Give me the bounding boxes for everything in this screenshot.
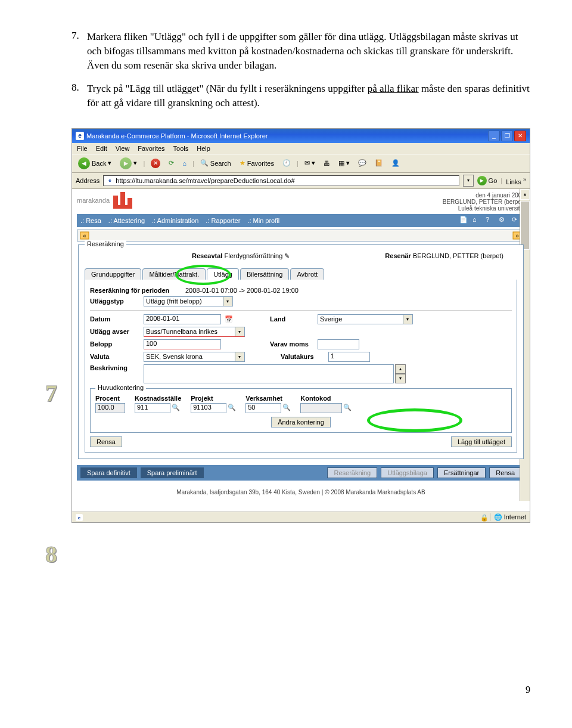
tab-grunduppgifter[interactable]: Grunduppgifter [85, 268, 141, 280]
menu-help[interactable]: Help [197, 145, 210, 152]
reserakning-button[interactable]: Reseräkning [327, 467, 377, 478]
forward-button[interactable]: ► ▾ [117, 157, 139, 170]
zone-icon: 🌐 [494, 513, 502, 521]
menu-view[interactable]: View [116, 145, 130, 152]
url-input[interactable]: e https://ltu.marakanda.se/mtravel/prepa… [103, 175, 459, 186]
datum-input[interactable]: 2008-01-01 [144, 314, 221, 324]
nav-rapporter[interactable]: .: Rapporter [206, 217, 240, 224]
page-icon: e [106, 177, 113, 184]
menubar: File Edit View Favorites Tools Help [72, 143, 530, 154]
mail-button[interactable]: ✉ ▾ [302, 159, 318, 168]
scroll-up[interactable]: ▴ [520, 189, 530, 200]
back-button[interactable]: ◄Back ▾ [76, 157, 114, 170]
links-label[interactable]: Links » [506, 176, 526, 185]
stop-button[interactable]: ✕ [148, 158, 163, 169]
scroll-thumb[interactable] [520, 201, 530, 250]
lookup-icon-1[interactable]: 🔍 [172, 404, 180, 412]
belopp-input[interactable]: 100 [144, 339, 221, 349]
col-procent: Procent [95, 395, 125, 402]
nav-administration[interactable]: .: Administration [152, 217, 198, 224]
datum-label: Datum [90, 315, 144, 323]
list-item-8-text: Tryck på "Lägg till utlägget" (När du fy… [87, 82, 530, 110]
search-label: Search [210, 160, 231, 167]
bilaga-button[interactable]: Utläggsbilaga [381, 467, 434, 478]
search-button[interactable]: 🔍Search [198, 159, 234, 168]
land-select[interactable]: Sverige [318, 314, 413, 324]
col-kostnad: Kostnadsställe [135, 395, 181, 402]
list-number-7: 7. [72, 30, 87, 72]
spara-definitivt-button[interactable]: Spara definitivt [80, 467, 137, 478]
kurs-input[interactable]: 1 [328, 352, 370, 362]
spara-preliminart-button[interactable]: Spara preliminärt [141, 467, 204, 478]
go-button[interactable]: ►Go [477, 176, 498, 185]
resenar-value: BERGLUND, PETTER (berpet) [413, 252, 503, 259]
menu-favorites[interactable]: Favorites [138, 145, 164, 152]
belopp-label: Belopp [90, 340, 144, 348]
calendar-icon[interactable]: 📅 [223, 314, 234, 324]
menu-file[interactable]: File [77, 145, 88, 152]
avser-select[interactable]: Buss/Tunnelbana inrikes [144, 327, 245, 337]
refresh-button[interactable]: ⟳ [166, 159, 176, 168]
valuta-select[interactable]: SEK, Svensk krona [144, 352, 245, 362]
window-titlebar: e Marakanda e-Commerce Platform - Micros… [72, 129, 530, 143]
nav-resa[interactable]: .: Resa [80, 217, 101, 224]
maximize-button[interactable]: ❐ [501, 131, 513, 141]
nav-home-icon[interactable]: ⌂ [472, 216, 482, 225]
statusbar: e 🔒 🌐 Internet [72, 512, 530, 523]
url-dropdown[interactable]: ▾ [463, 175, 474, 187]
nav-new-icon[interactable]: 📄 [459, 216, 469, 225]
page-footer: Marakanda, Isafjordsgatan 39b, 164 40 Ki… [77, 481, 525, 497]
val-projekt[interactable]: 91103 [191, 403, 226, 413]
collapse-icon[interactable]: « [80, 231, 89, 240]
nav-minprofil[interactable]: .: Min profil [247, 217, 279, 224]
lagg-till-button[interactable]: Lägg till utlägget [451, 436, 512, 447]
close-button[interactable]: ✕ [514, 131, 526, 141]
print-button[interactable]: 🖶 [321, 159, 332, 168]
messenger-button[interactable]: 👤 [389, 159, 402, 168]
tab-bilersattning[interactable]: Bilersättning [240, 268, 290, 280]
menu-tools[interactable]: Tools [173, 145, 189, 152]
edit-reseavtal-icon[interactable]: ✎ [284, 252, 290, 259]
discuss-button[interactable]: 💬 [356, 159, 369, 168]
go-label: Go [489, 177, 498, 184]
ersattningar-button[interactable]: Ersättningar [437, 467, 486, 478]
val-kostnad[interactable]: 911 [135, 403, 170, 413]
home-button[interactable]: ⌂ [180, 159, 189, 168]
brand-logo-icon [113, 192, 137, 209]
bottom-rensa-button[interactable]: Rensa [489, 467, 521, 478]
resenar-label: Resenär [385, 252, 411, 259]
tab-maltider[interactable]: Måltider/Nattrakt. [142, 268, 206, 280]
val-kontokod [300, 403, 342, 413]
val-verksamhet[interactable]: 50 [245, 403, 281, 413]
tab-utlagg[interactable]: Utlägg [207, 268, 239, 280]
textarea-up[interactable]: ▴ [395, 364, 406, 374]
tab-avbrott[interactable]: Avbrott [290, 268, 324, 280]
research-button[interactable]: 📔 [372, 159, 386, 168]
status-page-icon: e [76, 514, 83, 521]
address-label: Address [76, 177, 100, 184]
period-label: Reseräkning för perioden [90, 287, 185, 294]
lookup-icon-4[interactable]: 🔍 [343, 404, 352, 412]
edit-button[interactable]: ▦ ▾ [336, 159, 352, 168]
rensa-button[interactable]: Rensa [90, 436, 122, 447]
lookup-icon-3[interactable]: 🔍 [282, 404, 291, 412]
menu-edit[interactable]: Edit [96, 145, 107, 152]
typ-select[interactable]: Utlägg (fritt belopp) [144, 296, 233, 306]
typ-label: Utläggstyp [90, 298, 144, 305]
minimize-button[interactable]: _ [488, 131, 500, 141]
moms-input[interactable] [318, 339, 359, 349]
lookup-icon-2[interactable]: 🔍 [228, 404, 236, 412]
reseavtal-label: Reseavtal [192, 252, 222, 259]
panel-title: Reseräkning [85, 240, 126, 247]
textarea-down[interactable]: ▾ [395, 374, 406, 383]
history-button[interactable]: 🕘 [280, 159, 293, 168]
li8-underline: på alla flikar [368, 83, 419, 94]
form-area: Reseräkning för perioden 2008-01-01 07:0… [85, 280, 517, 453]
header-org: Luleå tekniska universitet [443, 205, 525, 212]
beskr-textarea[interactable] [144, 364, 394, 383]
andra-kontering-button[interactable]: Ändra kontering [271, 417, 331, 427]
nav-help-icon[interactable]: ? [486, 216, 495, 225]
nav-attestering[interactable]: .: Attestering [108, 217, 145, 224]
favorites-button[interactable]: ★Favorites [237, 159, 276, 168]
nav-settings-icon[interactable]: ⚙ [499, 216, 508, 225]
